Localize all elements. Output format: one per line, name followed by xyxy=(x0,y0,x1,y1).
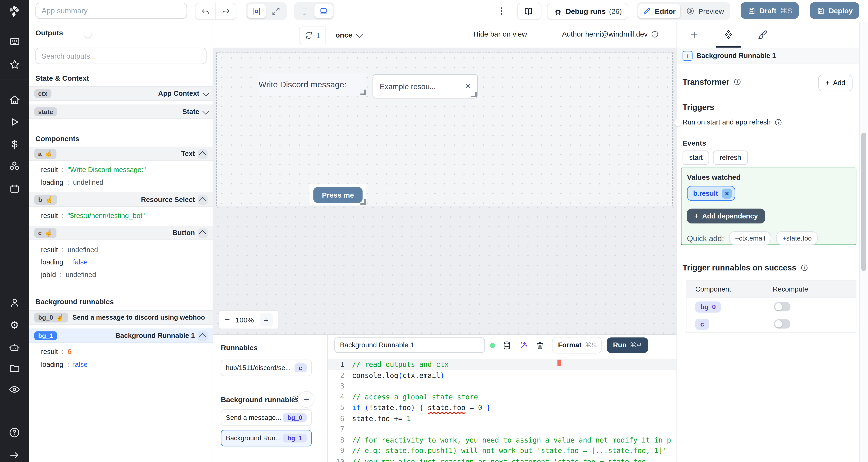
audit-eye-icon[interactable] xyxy=(8,383,21,396)
component-row-c[interactable]: c☝ Button xyxy=(29,226,213,240)
refresh-count-box[interactable]: 1 xyxy=(299,27,326,44)
resource-select-component[interactable]: Example resou... × xyxy=(373,74,477,98)
draft-button[interactable]: Draft⌘S xyxy=(741,2,799,19)
add-dependency-button[interactable]: +Add dependency xyxy=(687,209,765,224)
resize-handle[interactable] xyxy=(361,199,366,205)
format-button[interactable]: Format⌘S xyxy=(552,337,602,354)
output-row-ctx[interactable]: ctx App Context xyxy=(29,86,213,101)
database-icon[interactable] xyxy=(502,340,512,350)
code-line[interactable]: 8// for reactivity to work, you need to … xyxy=(328,434,677,446)
help-icon[interactable] xyxy=(8,426,21,439)
settings-gear-icon[interactable]: ⚙ xyxy=(8,319,21,331)
event-chip-start[interactable]: start xyxy=(683,151,709,165)
remove-watched-icon[interactable]: × xyxy=(722,188,732,198)
collapse-button[interactable] xyxy=(198,228,208,237)
add-runnable-button[interactable] xyxy=(298,391,314,408)
recompute-toggle[interactable] xyxy=(774,319,790,329)
info-icon[interactable] xyxy=(775,119,782,126)
settings-components-tab[interactable] xyxy=(711,22,746,47)
code-line[interactable]: 4// access a global state store xyxy=(328,391,677,402)
quick-add-state-foo[interactable]: +state.foo xyxy=(776,231,818,245)
docs-book-button[interactable] xyxy=(517,3,541,20)
debug-runs-count: (26) xyxy=(609,7,622,15)
output-row-state[interactable]: state State xyxy=(29,105,213,119)
folders-icon[interactable] xyxy=(8,362,21,375)
event-chip-refresh[interactable]: refresh xyxy=(713,151,748,165)
search-outputs-input[interactable] xyxy=(35,47,206,64)
runnable-row-bg0[interactable]: bg_0☝ Send a message to discord using we… xyxy=(29,310,213,325)
code-line[interactable]: 1// read outputs and ctx xyxy=(328,359,677,370)
runnable-name-input[interactable] xyxy=(334,337,485,353)
code-line[interactable]: 7 xyxy=(328,424,677,434)
runs-icon[interactable] xyxy=(8,116,21,129)
watched-value-chip[interactable]: b.result × xyxy=(687,186,735,201)
zoom-in-button[interactable]: + xyxy=(259,313,273,326)
press-me-button[interactable]: Press me xyxy=(313,187,363,203)
code-line[interactable]: 2console.log(ctx.email) xyxy=(328,370,677,381)
styling-brush-tab[interactable] xyxy=(746,22,780,47)
runnable-item-bg1-selected[interactable]: Background Run... bg_1 xyxy=(221,430,312,447)
run-button[interactable]: Run⌘↵ xyxy=(607,337,648,353)
info-icon[interactable] xyxy=(651,30,659,38)
left-rail: ⚙ xyxy=(0,0,29,462)
code-line[interactable]: 5if (!state.foo) { state.foo = 0 } xyxy=(328,402,677,413)
zoom-out-button[interactable]: − xyxy=(225,315,230,325)
desktop-view-icon[interactable] xyxy=(314,4,333,18)
component-badge[interactable]: bg_0 xyxy=(695,301,721,312)
code-editor[interactable]: 1// read outputs and ctx2console.log(ctx… xyxy=(328,359,677,462)
resources-icon[interactable] xyxy=(8,160,21,173)
recompute-toggle[interactable] xyxy=(774,302,790,311)
window-scrollbar[interactable] xyxy=(859,22,868,462)
home-icon[interactable] xyxy=(8,94,21,106)
fullscreen-expand-icon[interactable] xyxy=(267,4,285,18)
center-horizontally-icon[interactable] xyxy=(248,4,266,18)
component-row-b[interactable]: b☝ Resource Select xyxy=(29,193,213,207)
code-line[interactable]: 9// e.g: state.foo.push(1) will not work… xyxy=(328,446,677,456)
resize-handle[interactable] xyxy=(471,92,477,97)
top-toolbar: Debug runs (26) Editor Preview Draft⌘S D… xyxy=(29,0,868,23)
collapse-button[interactable] xyxy=(198,149,208,158)
component-row-a[interactable]: a☝ Text xyxy=(29,146,213,161)
debug-runs-button[interactable]: Debug runs (26) xyxy=(547,3,628,20)
app-canvas[interactable]: Write Discord message: Example resou... … xyxy=(213,47,677,334)
runnable-row-bg1[interactable]: bg_1 Background Runnable 1 xyxy=(29,329,213,343)
workers-robot-icon[interactable] xyxy=(8,341,21,354)
resize-handle[interactable] xyxy=(361,90,366,95)
code-line[interactable]: 3 xyxy=(328,381,677,392)
variables-icon[interactable] xyxy=(8,138,21,151)
code-line[interactable]: 10// you may also just reassign as next … xyxy=(328,456,677,462)
quick-add-ctx-email[interactable]: +ctx.email xyxy=(729,231,771,245)
ai-wand-icon[interactable] xyxy=(519,340,528,350)
add-transformer-button[interactable]: +Add xyxy=(818,75,852,91)
more-menu-kebab-icon[interactable] xyxy=(496,6,506,16)
text-component[interactable]: Write Discord message: xyxy=(258,73,367,96)
quick-add-label: Quick add: xyxy=(687,234,724,242)
tab-preview[interactable]: Preview xyxy=(681,4,728,18)
runnable-item-hub-script[interactable]: hub/1511/discord/se... c xyxy=(221,360,312,376)
user-icon[interactable] xyxy=(8,297,21,309)
tab-editor[interactable]: Editor xyxy=(638,4,680,18)
info-icon[interactable] xyxy=(800,264,808,272)
redo-button[interactable] xyxy=(215,3,236,20)
app-summary-input[interactable] xyxy=(35,3,187,19)
runnable-item-bg0[interactable]: Send a message... bg_0 xyxy=(221,409,312,426)
info-icon[interactable] xyxy=(733,78,741,86)
undo-button[interactable] xyxy=(195,3,215,20)
clear-x-icon[interactable]: × xyxy=(465,81,470,92)
components-title: Components xyxy=(35,134,80,142)
delete-trash-icon[interactable] xyxy=(535,340,545,350)
collapse-button[interactable] xyxy=(198,331,208,340)
component-badge[interactable]: c xyxy=(695,319,709,329)
insert-component-tab[interactable] xyxy=(677,22,711,47)
code-line[interactable]: 6state.foo += 1 xyxy=(328,413,677,424)
windmill-logo-icon[interactable] xyxy=(7,4,22,19)
workspace-icon[interactable] xyxy=(8,35,21,48)
deploy-button[interactable]: Deploy xyxy=(810,2,859,19)
scrollbar-thumb[interactable] xyxy=(861,133,866,271)
collapse-button[interactable] xyxy=(198,195,208,204)
refresh-mode-dropdown[interactable]: once xyxy=(331,27,366,43)
expand-rail-arrow-icon[interactable] xyxy=(8,449,21,462)
mobile-view-icon[interactable] xyxy=(296,4,313,18)
schedules-icon[interactable] xyxy=(8,183,21,195)
favorites-star-icon[interactable] xyxy=(8,58,21,71)
